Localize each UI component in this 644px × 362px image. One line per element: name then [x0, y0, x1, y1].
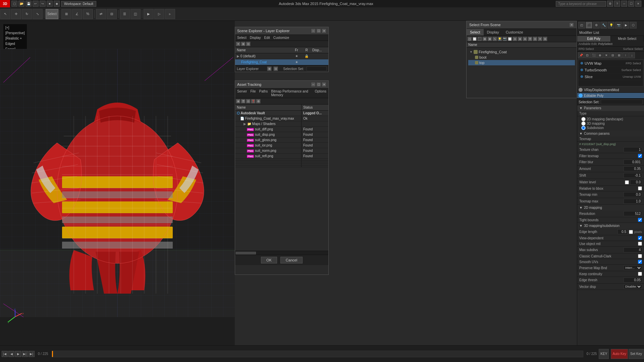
viewport[interactable]: [+] [Perspective] [Realistic + Edged Fac…: [0, 21, 235, 345]
radio-2d-input[interactable]: [581, 117, 586, 121]
scene-tool-14[interactable]: ⊡: [533, 37, 537, 41]
asset-row-ior[interactable]: PNG suit_ior.png Found: [235, 143, 328, 148]
layer-row-coat[interactable]: Firefighting_Coat ☀: [235, 59, 328, 65]
tree-item-boot[interactable]: boot: [468, 55, 575, 60]
layer-explorer-minimize[interactable]: ─: [311, 28, 316, 33]
goto-start-btn[interactable]: |◀: [2, 351, 8, 357]
scene-btn[interactable]: ◫: [130, 9, 141, 19]
asset-tool-3[interactable]: ⊡: [246, 99, 251, 104]
shift-input[interactable]: [624, 173, 642, 178]
layer-tool-1[interactable]: ✕: [236, 42, 240, 46]
scene-tool-12[interactable]: ⊖: [523, 37, 527, 41]
rpi-5[interactable]: 💡: [608, 22, 614, 28]
select-tab-select[interactable]: Select: [467, 29, 484, 36]
sel-set-input[interactable]: [601, 100, 643, 104]
tree-item-top[interactable]: top: [468, 60, 575, 65]
settings-icon[interactable]: ⚙: [607, 1, 613, 7]
layer-explorer-bottom-btn2[interactable]: ⊡: [273, 66, 278, 71]
layer-tool-3[interactable]: ⊡: [246, 42, 251, 46]
scene-tool-5[interactable]: ⊠: [487, 37, 492, 41]
maximize-btn[interactable]: ☐: [628, 1, 634, 7]
workspace-label[interactable]: Workspace: Default: [61, 1, 96, 7]
render-btn[interactable]: ◆: [54, 1, 60, 7]
key-mode-btn[interactable]: KEY: [599, 349, 609, 359]
asset-tool-1[interactable]: ⊞: [236, 99, 240, 104]
mirror-btn[interactable]: ⇌: [96, 9, 106, 19]
rpi-8[interactable]: ⬡: [630, 22, 637, 28]
edge-length-check[interactable]: [629, 230, 633, 234]
selection-set-input[interactable]: [307, 66, 327, 71]
use-obj-mtl-check[interactable]: [638, 242, 642, 246]
texture-chan-input[interactable]: [624, 147, 642, 152]
asset-row-refl[interactable]: PNG suit_refl.png Found: [235, 154, 328, 159]
render-setup-btn[interactable]: ▶: [144, 9, 154, 19]
radio-3d-mapping[interactable]: 3D mapping: [581, 121, 640, 126]
asset-tool-4[interactable]: ❓: [251, 99, 256, 104]
keep-continuity-check[interactable]: [638, 272, 642, 276]
asset-menu-server[interactable]: Server: [237, 89, 247, 97]
view-dependent-check[interactable]: [638, 236, 642, 240]
common-params-header[interactable]: ▼ Common params: [577, 131, 644, 136]
params-section-header[interactable]: ▼ Parameters: [577, 105, 644, 111]
render-frame-btn[interactable]: ▹: [165, 9, 175, 19]
angle-snap-btn[interactable]: ∠: [72, 9, 82, 19]
scene-tool-7[interactable]: 💡: [497, 37, 502, 41]
asset-row-disp[interactable]: PNG suit_disp.png Found: [235, 132, 328, 137]
mod-tool-pin[interactable]: 📌: [578, 52, 584, 58]
prev-frame-btn[interactable]: ◀: [8, 351, 14, 357]
layer-row-default[interactable]: ▶ 0 (default) ☀ 🔒: [235, 53, 328, 59]
asset-row-diff[interactable]: PNG suit_diff.png Found: [235, 127, 328, 132]
asset-row-norm[interactable]: PNG suit_norm.png Found: [235, 148, 328, 154]
scene-tool-10[interactable]: ⊙: [513, 37, 517, 41]
scene-tool-1[interactable]: ◻: [467, 37, 472, 41]
layer-btn[interactable]: ☰: [120, 9, 130, 19]
asset-menu-file[interactable]: File: [250, 89, 256, 97]
tab-edit-poly[interactable]: Edit Poly: [577, 36, 611, 42]
scene-tool-select-none[interactable]: ✕: [538, 37, 542, 41]
texmap-max-input[interactable]: [624, 199, 642, 204]
preserve-map-bnd-select[interactable]: Interr...: [624, 265, 642, 270]
layer-tool-2[interactable]: ⊞: [241, 42, 246, 46]
layer-menu-customize[interactable]: Customize: [273, 36, 289, 40]
3d-mapping-header[interactable]: ▼ 3D mapping/subdivision: [577, 223, 644, 229]
mod-tool-4[interactable]: ⊕: [597, 52, 603, 58]
select-tab-display[interactable]: Display: [484, 29, 502, 36]
layer-menu-display[interactable]: Display: [250, 36, 261, 40]
mod-turbosmooth[interactable]: ⊕ TurboSmooth Surface Select: [578, 67, 643, 73]
select-scene-close[interactable]: ✕: [569, 22, 574, 27]
scene-tool-11[interactable]: ⊕: [518, 37, 522, 41]
vector-disp-select[interactable]: Disabled: [624, 284, 642, 289]
asset-row-max-file[interactable]: 📄 Firefighting_Coat_max_vray.max Ok: [235, 116, 328, 121]
asset-menu-options[interactable]: Options: [315, 89, 326, 97]
asset-ok-btn[interactable]: OK: [261, 257, 277, 263]
radio-3d-input[interactable]: [581, 121, 586, 126]
rpi-6[interactable]: 📷: [615, 22, 622, 28]
minimize-btn[interactable]: ─: [621, 1, 627, 7]
rpi-7[interactable]: ▶: [623, 22, 629, 28]
material-editable-poly-row[interactable]: Editable Poly: [577, 93, 644, 99]
scene-tool-13[interactable]: ☰: [528, 37, 532, 41]
rpi-4[interactable]: 🔧: [600, 22, 607, 28]
scene-tool-16[interactable]: ⊟: [543, 37, 547, 41]
mod-tool-8[interactable]: ↑: [623, 52, 629, 58]
save-btn[interactable]: 💾: [25, 1, 32, 7]
close-btn[interactable]: ✕: [635, 1, 641, 7]
asset-tool-2[interactable]: ☰: [241, 99, 246, 104]
asset-row-maps-folder[interactable]: ▶ 📁 Maps / Shaders: [235, 121, 328, 127]
asset-row-gloss[interactable]: PNG suit_gloss.png Found: [235, 137, 328, 143]
tree-item-coat[interactable]: ▼ Firefighting_Coat: [468, 49, 575, 55]
2d-mapping-header[interactable]: ▼ 2D mapping: [577, 205, 644, 210]
snap-btn[interactable]: ⊞: [61, 9, 71, 19]
water-level-check[interactable]: [625, 180, 629, 184]
material-vray-row[interactable]: VRayDisplacementMod: [577, 87, 644, 93]
open-btn[interactable]: 📂: [18, 1, 24, 7]
redo-btn[interactable]: ↪: [40, 1, 46, 7]
move-btn[interactable]: ✛: [11, 9, 21, 19]
help-icon[interactable]: ?: [614, 1, 620, 7]
select-tab-customize[interactable]: Customize: [502, 29, 527, 36]
next-frame-btn[interactable]: ▶|: [22, 351, 28, 357]
relative-bbox-check[interactable]: [638, 186, 642, 190]
rotate-btn[interactable]: ↻: [22, 9, 32, 19]
asset-restore[interactable]: ☐: [316, 82, 321, 87]
timeline-track[interactable]: [52, 351, 583, 357]
